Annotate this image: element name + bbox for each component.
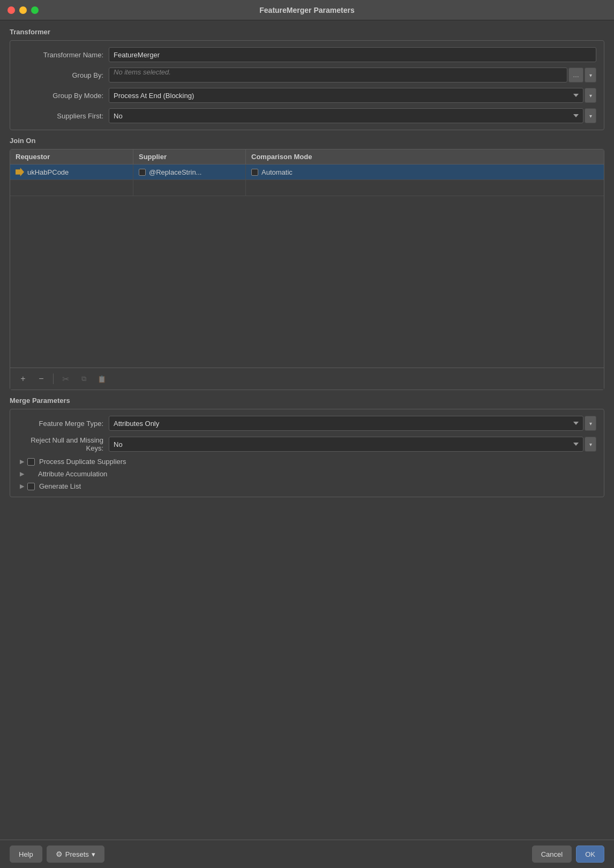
generate-list-expand-icon[interactable]: ▶ bbox=[20, 483, 24, 490]
comparison-value: Automatic bbox=[261, 168, 293, 176]
presets-label: Presets bbox=[65, 850, 89, 858]
group-by-mode-row: Group By Mode: Process At End (Blocking)… bbox=[18, 88, 596, 103]
empty-cell-s1 bbox=[133, 180, 246, 196]
window-controls bbox=[8, 6, 39, 14]
feature-merge-type-arrow[interactable]: ▾ bbox=[585, 416, 596, 431]
reject-null-select[interactable]: No bbox=[109, 437, 583, 452]
suppliers-first-label: Suppliers First: bbox=[18, 112, 109, 120]
feature-merge-type-row: Feature Merge Type: Attributes Only ▾ bbox=[18, 416, 596, 431]
group-by-input[interactable]: No items selected. bbox=[109, 68, 567, 83]
join-on-box: Requestor Supplier Comparison Mode ukHab… bbox=[10, 149, 604, 390]
help-button[interactable]: Help bbox=[10, 845, 42, 863]
transformer-box: Transformer Name: Group By: No items sel… bbox=[10, 40, 604, 130]
cut-button[interactable]: ✂ bbox=[58, 372, 73, 385]
copy-icon: ⧉ bbox=[81, 375, 86, 383]
group-by-dots-button[interactable]: … bbox=[568, 68, 583, 83]
row-arrow-icon bbox=[16, 168, 24, 176]
ok-label: OK bbox=[585, 850, 595, 858]
attribute-accumulation-label: Attribute Accumulation bbox=[27, 470, 107, 478]
feature-merge-type-select[interactable]: Attributes Only bbox=[109, 416, 583, 431]
empty-cell-c1 bbox=[246, 180, 604, 196]
add-row-button[interactable]: + bbox=[16, 372, 31, 385]
table-row-empty-1[interactable] bbox=[10, 180, 604, 196]
cut-icon: ✂ bbox=[62, 374, 69, 384]
remove-icon: − bbox=[39, 374, 43, 384]
process-duplicate-label: Process Duplicate Suppliers bbox=[39, 458, 126, 466]
merge-parameters-box: Feature Merge Type: Attributes Only ▾ Re… bbox=[10, 409, 604, 497]
generate-list-row: ▶ Generate List bbox=[18, 482, 596, 490]
window-title: FeatureMerger Parameters bbox=[259, 6, 354, 14]
process-duplicate-expand-icon[interactable]: ▶ bbox=[20, 458, 24, 465]
group-by-mode-wrap: Process At End (Blocking) ▾ bbox=[109, 88, 596, 103]
close-button[interactable] bbox=[8, 6, 15, 14]
table-toolbar: + − ✂ ⧉ 📋 bbox=[10, 368, 604, 390]
presets-button[interactable]: ⚙ Presets ▾ bbox=[47, 845, 104, 863]
cancel-label: Cancel bbox=[541, 850, 563, 858]
group-by-input-wrap: No items selected. … ▾ bbox=[109, 68, 596, 83]
attribute-accumulation-expand-icon[interactable]: ▶ bbox=[20, 470, 24, 477]
main-content: Transformer Transformer Name: Group By: … bbox=[0, 20, 614, 840]
help-label: Help bbox=[19, 850, 33, 858]
col-header-requestor: Requestor bbox=[10, 149, 133, 164]
suppliers-first-select[interactable]: No bbox=[109, 108, 583, 123]
cancel-button[interactable]: Cancel bbox=[532, 845, 572, 863]
add-icon: + bbox=[20, 374, 25, 384]
group-by-mode-arrow-button[interactable]: ▾ bbox=[585, 88, 596, 103]
transformer-name-input[interactable] bbox=[109, 47, 596, 62]
paste-icon: 📋 bbox=[98, 375, 106, 383]
remove-row-button[interactable]: − bbox=[34, 372, 49, 385]
process-duplicate-checkbox[interactable] bbox=[27, 458, 35, 466]
reject-null-label: Reject Null and Missing Keys: bbox=[18, 436, 109, 452]
transformer-name-row: Transformer Name: bbox=[18, 47, 596, 62]
ok-button[interactable]: OK bbox=[576, 845, 604, 863]
supplier-value: @ReplaceStrin... bbox=[149, 168, 201, 176]
join-on-section-title: Join On bbox=[10, 137, 604, 145]
bottom-bar: Help ⚙ Presets ▾ Cancel OK bbox=[0, 840, 614, 868]
supplier-cell: @ReplaceStrin... bbox=[133, 164, 246, 179]
paste-button[interactable]: 📋 bbox=[94, 372, 109, 385]
table-header: Requestor Supplier Comparison Mode bbox=[10, 149, 604, 164]
toolbar-divider-1 bbox=[53, 373, 54, 384]
process-duplicate-row: ▶ Process Duplicate Suppliers bbox=[18, 458, 596, 466]
empty-cell-r1 bbox=[10, 180, 133, 196]
feature-merge-type-label: Feature Merge Type: bbox=[18, 420, 109, 428]
empty-table-space bbox=[10, 196, 604, 368]
group-by-mode-label: Group By Mode: bbox=[18, 92, 109, 100]
requestor-value: ukHabPCode bbox=[27, 168, 69, 176]
feature-merge-type-wrap: Attributes Only ▾ bbox=[109, 416, 596, 431]
generate-list-checkbox[interactable] bbox=[27, 483, 35, 490]
table-body: ukHabPCode @ReplaceStrin... Automatic bbox=[10, 164, 604, 368]
reject-null-wrap: No ▾ bbox=[109, 437, 596, 452]
merge-parameters-section: Merge Parameters Feature Merge Type: Att… bbox=[10, 396, 604, 497]
comparison-cell: Automatic bbox=[246, 164, 604, 179]
gear-icon: ⚙ bbox=[56, 850, 63, 858]
transformer-section-title: Transformer bbox=[10, 28, 604, 36]
join-on-section: Join On Requestor Supplier Comparison Mo… bbox=[10, 137, 604, 390]
comparison-checkbox-icon bbox=[251, 169, 258, 176]
col-header-supplier: Supplier bbox=[133, 149, 246, 164]
presets-arrow-icon: ▾ bbox=[92, 850, 95, 858]
attribute-accumulation-row: ▶ Attribute Accumulation bbox=[18, 470, 596, 478]
title-bar: FeatureMerger Parameters bbox=[0, 0, 614, 20]
suppliers-first-wrap: No ▾ bbox=[109, 108, 596, 123]
suppliers-first-row: Suppliers First: No ▾ bbox=[18, 108, 596, 123]
reject-null-row: Reject Null and Missing Keys: No ▾ bbox=[18, 436, 596, 452]
group-by-row: Group By: No items selected. … ▾ bbox=[18, 68, 596, 83]
minimize-button[interactable] bbox=[19, 6, 27, 14]
supplier-checkbox-icon bbox=[139, 169, 146, 176]
transformer-section: Transformer Transformer Name: Group By: … bbox=[10, 28, 604, 130]
transformer-name-label: Transformer Name: bbox=[18, 51, 109, 59]
group-by-label: Group By: bbox=[18, 71, 109, 79]
col-header-comparison: Comparison Mode bbox=[246, 149, 604, 164]
group-by-arrow-button[interactable]: ▾ bbox=[585, 68, 596, 83]
reject-null-arrow[interactable]: ▾ bbox=[585, 437, 596, 452]
table-row[interactable]: ukHabPCode @ReplaceStrin... Automatic bbox=[10, 164, 604, 180]
requestor-cell: ukHabPCode bbox=[10, 164, 133, 179]
copy-button[interactable]: ⧉ bbox=[76, 372, 91, 385]
generate-list-label: Generate List bbox=[39, 482, 81, 490]
merge-parameters-title: Merge Parameters bbox=[10, 396, 604, 405]
suppliers-first-arrow-button[interactable]: ▾ bbox=[585, 108, 596, 123]
maximize-button[interactable] bbox=[31, 6, 39, 14]
group-by-mode-select[interactable]: Process At End (Blocking) bbox=[109, 88, 583, 103]
